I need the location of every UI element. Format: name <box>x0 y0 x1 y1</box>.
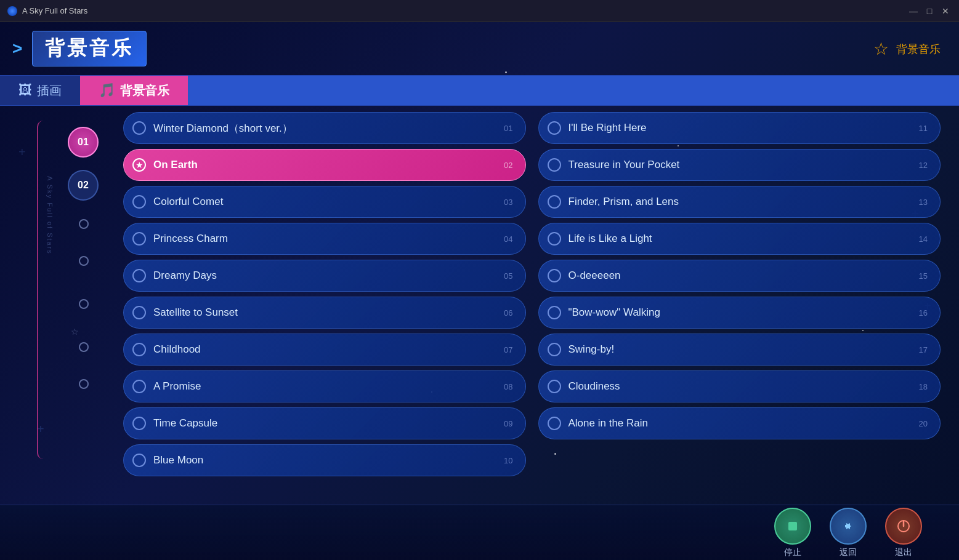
radio-13 <box>548 195 561 209</box>
song-name-3: Colorful Comet <box>153 196 493 208</box>
back-button[interactable]: 返回 <box>830 508 867 558</box>
radio-1 <box>132 121 146 135</box>
title-bar-left: A Sky Full of Stars <box>7 6 87 16</box>
song-num-10: 10 <box>501 456 513 465</box>
header: > 背景音乐 ☆ 背景音乐 <box>0 22 959 75</box>
song-name-14: Life is Like a Light <box>569 233 908 245</box>
header-right: ☆ 背景音乐 <box>873 39 941 59</box>
song-name-19: Alone in the Rain <box>569 417 908 430</box>
song-name-15: O-deeeeen <box>569 270 908 282</box>
song-num-2: 02 <box>501 161 513 170</box>
title-bar: A Sky Full of Stars — □ ✕ <box>0 0 959 22</box>
song-item-9[interactable]: Time Capsule 09 <box>123 407 526 439</box>
stop-label: 停止 <box>784 547 801 558</box>
song-item-17[interactable]: Swing-by! 17 <box>538 334 941 366</box>
song-num-17: 17 <box>915 345 928 354</box>
song-name-8: A Promise <box>153 380 493 393</box>
radio-11 <box>548 121 561 135</box>
song-num-11: 11 <box>915 124 928 133</box>
radio-12 <box>548 158 561 172</box>
song-item-19[interactable]: Alone in the Rain 20 <box>538 407 941 439</box>
radio-15 <box>548 269 561 282</box>
window-title: A Sky Full of Stars <box>22 6 87 15</box>
song-name-5: Dreamy Days <box>153 270 493 282</box>
radio-16 <box>548 306 561 319</box>
song-item-12[interactable]: Treasure in Your Pocket 12 <box>538 149 941 181</box>
song-num-16: 16 <box>915 308 928 318</box>
song-item-8[interactable]: A Promise 08 <box>123 370 526 402</box>
back-icon <box>830 508 867 545</box>
song-item-15[interactable]: O-deeeeen 15 <box>538 260 941 292</box>
star-icon: ☆ <box>873 39 889 59</box>
svg-rect-0 <box>788 522 797 530</box>
right-column: I'll Be Right Here 11 Treasure in Your P… <box>538 112 941 476</box>
radio-4 <box>132 232 146 246</box>
radio-18 <box>548 380 561 393</box>
radio-14 <box>548 232 561 246</box>
star-selected-icon: ★ <box>136 160 144 170</box>
song-item-5[interactable]: Dreamy Days 05 <box>123 260 526 292</box>
left-column: Winter Diamond（short ver.） 01 ★ On Earth… <box>123 112 526 476</box>
song-name-10: Blue Moon <box>153 454 493 466</box>
song-name-11: I'll Be Right Here <box>569 122 908 134</box>
song-name-1: Winter Diamond（short ver.） <box>153 121 493 135</box>
svg-rect-1 <box>845 525 847 527</box>
tab-bar: 🖼 插画 🎵 背景音乐 <box>0 75 959 106</box>
radio-3 <box>132 195 146 209</box>
music-icon: 🎵 <box>99 82 115 98</box>
song-item-11[interactable]: I'll Be Right Here 11 <box>538 112 941 144</box>
song-num-15: 15 <box>915 271 928 281</box>
radio-7 <box>132 343 146 356</box>
close-button[interactable]: ✕ <box>939 5 952 17</box>
song-num-12: 12 <box>915 161 928 170</box>
song-name-18: Cloudiness <box>569 380 908 393</box>
radio-9 <box>132 417 146 430</box>
back-arrow-icon[interactable]: > <box>12 39 22 58</box>
tab-bgm-label: 背景音乐 <box>120 82 169 99</box>
stop-button[interactable]: 停止 <box>774 508 811 558</box>
song-item-14[interactable]: Life is Like a Light 14 <box>538 223 941 255</box>
song-name-13: Finder, Prism, and Lens <box>569 196 908 208</box>
tab-illustration-label: 插画 <box>37 82 62 99</box>
exit-icon <box>885 508 922 545</box>
tab-illustration[interactable]: 🖼 插画 <box>0 76 80 105</box>
radio-17 <box>548 343 561 356</box>
song-name-12: Treasure in Your Pocket <box>569 159 908 171</box>
song-num-4: 04 <box>501 234 513 244</box>
maximize-button[interactable]: □ <box>923 5 936 17</box>
song-item-1[interactable]: Winter Diamond（short ver.） 01 <box>123 112 526 144</box>
song-name-6: Satellite to Sunset <box>153 306 493 319</box>
song-name-4: Princess Charm <box>153 233 493 245</box>
song-num-1: 01 <box>501 124 513 133</box>
song-item-2[interactable]: ★ On Earth 02 <box>123 149 526 181</box>
song-name-2: On Earth <box>153 159 493 171</box>
tab-bgm[interactable]: 🎵 背景音乐 <box>80 76 188 105</box>
song-num-14: 14 <box>915 234 928 244</box>
minimize-button[interactable]: — <box>907 5 920 17</box>
exit-label: 退出 <box>895 547 912 558</box>
stop-icon <box>774 508 811 545</box>
song-item-6[interactable]: Satellite to Sunset 06 <box>123 297 526 329</box>
song-item-7[interactable]: Childhood 07 <box>123 334 526 366</box>
radio-5 <box>132 269 146 282</box>
app-icon <box>7 6 17 16</box>
song-num-9: 09 <box>501 419 513 428</box>
tab-remaining <box>188 76 959 105</box>
song-item-16[interactable]: "Bow-wow" Walking 16 <box>538 297 941 329</box>
header-title-box: 背景音乐 <box>32 31 147 66</box>
song-item-4[interactable]: Princess Charm 04 <box>123 223 526 255</box>
header-bgm-label: 背景音乐 <box>896 41 941 56</box>
song-item-10[interactable]: Blue Moon 10 <box>123 444 526 476</box>
title-bar-controls: — □ ✕ <box>907 5 952 17</box>
song-num-6: 06 <box>501 308 513 318</box>
song-num-19: 20 <box>915 419 928 428</box>
song-num-3: 03 <box>501 198 513 207</box>
song-num-7: 07 <box>501 345 513 354</box>
song-item-3[interactable]: Colorful Comet 03 <box>123 186 526 218</box>
radio-6 <box>132 306 146 319</box>
exit-button[interactable]: 退出 <box>885 508 922 558</box>
song-list-area: Winter Diamond（short ver.） 01 ★ On Earth… <box>0 106 959 482</box>
song-item-18[interactable]: Cloudiness 18 <box>538 370 941 402</box>
song-num-13: 13 <box>915 198 928 207</box>
song-item-13[interactable]: Finder, Prism, and Lens 13 <box>538 186 941 218</box>
